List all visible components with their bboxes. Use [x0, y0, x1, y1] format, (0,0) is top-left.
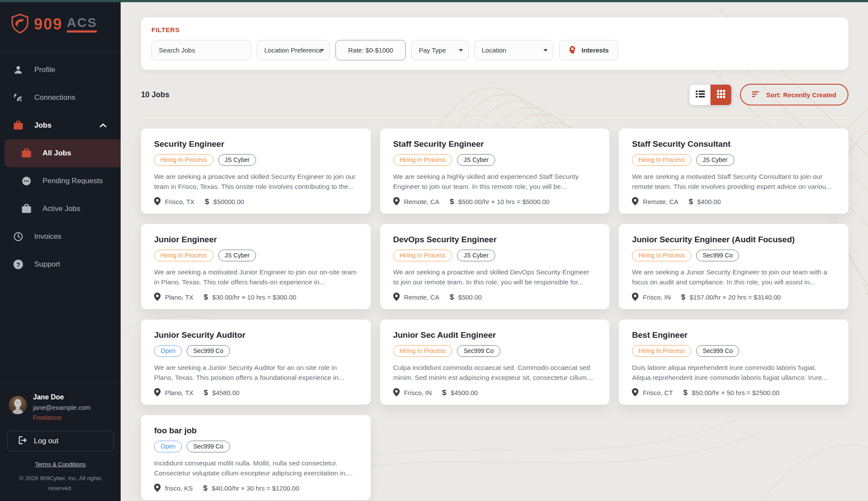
job-card[interactable]: Security Engineer Hiring In Process JS C…: [141, 129, 371, 214]
user-name: Jane Doe: [33, 393, 91, 401]
job-title: Junior Sec Audit Engineer: [393, 330, 597, 340]
logout-label: Log out: [34, 437, 59, 445]
sidebar-nav: Profile Connections Jo: [0, 56, 121, 278]
grid-view-button[interactable]: [710, 85, 731, 105]
job-card[interactable]: Staff Security Consultant Hiring In Proc…: [619, 129, 848, 214]
sidebar-item-connections[interactable]: Connections: [0, 84, 121, 112]
sidebar: 909 ACS Profile: [0, 0, 121, 501]
job-location: Plano, TX: [165, 389, 194, 396]
clock-icon: [13, 232, 24, 241]
location-pin-icon: [154, 388, 161, 398]
job-title: Staff Security Consultant: [632, 139, 835, 149]
terms-link[interactable]: Terms & Conditions: [0, 461, 121, 468]
dollar-icon: $: [203, 484, 207, 493]
job-card[interactable]: Best Engineer Hiring In Process Sec999 C…: [619, 320, 848, 405]
search-input[interactable]: [159, 46, 244, 54]
list-view-icon: [696, 90, 705, 99]
sidebar-item-profile[interactable]: Profile: [0, 56, 121, 84]
rate-filter-button[interactable]: Rate: $0-$1000: [335, 40, 406, 60]
job-meta: frisco, KS $ $40.00/hr × 30 hrs = $1200.…: [154, 484, 358, 493]
briefcase-icon: [21, 204, 32, 214]
briefcase-icon: [13, 121, 24, 130]
job-description: We are seeking a Junior Security Enginee…: [632, 267, 835, 287]
location-pin-icon: [632, 388, 638, 398]
job-description: We are seeking a motivated Staff Securit…: [632, 171, 835, 192]
brand-logo[interactable]: 909 ACS: [0, 0, 121, 46]
sidebar-item-label: All Jobs: [43, 149, 71, 158]
sidebar-item-label: Support: [34, 260, 60, 269]
location-label: Location: [482, 46, 506, 54]
company-badge: JS Cyber: [457, 154, 495, 166]
status-badge: Hiring In Process: [393, 154, 453, 166]
job-location: Frisco, CT: [643, 389, 673, 396]
grid-view-icon: [717, 90, 725, 100]
job-card[interactable]: Junior Security Auditor Open Sec999 Co W…: [141, 320, 371, 405]
job-card[interactable]: Junior Security Engineer (Audit Focused)…: [619, 224, 848, 309]
interests-label: Interests: [582, 46, 609, 54]
location-pin-icon: [393, 388, 400, 398]
pay-type-select[interactable]: Pay Type: [411, 40, 469, 60]
sidebar-item-support[interactable]: ? Support: [0, 250, 121, 278]
job-pay: $157.00/hr × 20 hrs = $3140.00: [690, 293, 781, 301]
dollar-icon: $: [204, 389, 208, 397]
dollar-icon: $: [204, 293, 208, 302]
sidebar-item-label: Pending Requests: [43, 177, 103, 185]
job-meta: Remote, CA $ $500.00/hr × 10 hrs = $5000…: [393, 197, 597, 207]
job-title: DevOps Security Engineer: [393, 235, 597, 244]
chevron-up-icon[interactable]: [99, 122, 107, 129]
location-pin-icon: [393, 197, 400, 207]
avatar: [9, 396, 27, 414]
job-pay: $4580.00: [212, 389, 240, 396]
location-pin-icon: [632, 197, 638, 207]
job-title: Junior Security Engineer (Audit Focused): [632, 235, 835, 244]
location-select[interactable]: Location: [474, 40, 553, 60]
sidebar-item-jobs[interactable]: Jobs: [0, 112, 121, 139]
dollar-icon: $: [450, 198, 454, 206]
company-badge: Sec999 Co: [457, 345, 500, 357]
sort-button[interactable]: Sort: Recently Created: [740, 84, 848, 105]
job-title: Security Engineer: [154, 139, 358, 149]
job-card[interactable]: DevOps Security Engineer Hiring In Proce…: [380, 224, 610, 309]
job-description: We are seeking a proactive and skilled S…: [154, 171, 358, 192]
status-badge: Open: [154, 345, 182, 357]
sidebar-item-active-jobs[interactable]: Active Jobs: [0, 195, 121, 223]
sidebar-item-pending-requests[interactable]: Pending Requests: [0, 167, 121, 195]
sidebar-item-invoices[interactable]: Invoices: [0, 223, 121, 250]
briefcase-icon: [21, 148, 32, 158]
status-badge: Hiring In Process: [632, 250, 691, 261]
user-block: Jane Doe jane@example.com Freelancer Log…: [0, 383, 121, 501]
company-badge: JS Cyber: [457, 250, 495, 261]
list-view-button[interactable]: [690, 85, 710, 105]
job-pay: $500.00/hr × 10 hrs = $5000.00: [458, 198, 549, 205]
filters-panel: FILTERS Location Preference Rate: $0-$10…: [141, 17, 848, 70]
location-pin-icon: [632, 293, 638, 302]
dollar-icon: $: [689, 198, 693, 206]
job-meta: Frisco, TX $ $50000.00: [154, 197, 358, 207]
sidebar-item-all-jobs[interactable]: All Jobs: [4, 139, 121, 167]
job-card[interactable]: Junior Sec Audit Engineer Hiring In Proc…: [380, 320, 610, 405]
job-description: Incididunt consequat mollit nulla. Molli…: [154, 458, 358, 478]
rate-filter-label: Rate: $0-$1000: [348, 46, 393, 54]
job-card[interactable]: foo bar job Open Sec999 Co Incididunt co…: [141, 415, 371, 500]
status-badge: Hiring In Process: [632, 154, 691, 166]
view-toggle: [690, 85, 731, 105]
job-pay: $400.00: [697, 198, 721, 205]
logout-button[interactable]: Log out: [7, 431, 114, 452]
job-title: Junior Security Auditor: [154, 330, 358, 340]
interests-button[interactable]: Interests: [559, 40, 618, 60]
job-location: frisco, KS: [165, 485, 193, 492]
job-card[interactable]: Staff Security Engineer Hiring In Proces…: [380, 129, 610, 214]
sidebar-item-label: Jobs: [34, 121, 52, 130]
location-pin-icon: [154, 293, 161, 302]
status-badge: Hiring In Process: [154, 154, 214, 166]
job-pay: $40.00/hr × 30 hrs = $1200.00: [212, 485, 299, 492]
job-card[interactable]: Junior Engineer Hiring In Process JS Cyb…: [141, 224, 371, 309]
results-count: 10 Jobs: [141, 90, 169, 99]
jobs-grid: Security Engineer Hiring In Process JS C…: [141, 129, 848, 500]
job-pay: $500.00: [458, 293, 482, 301]
location-preference-select[interactable]: Location Preference: [257, 40, 330, 60]
copyright-text: © 2026 909Cyber, Inc. All rights reserve…: [0, 474, 121, 493]
chevron-down-icon: [320, 49, 324, 52]
chevron-down-icon: [543, 49, 548, 52]
question-circle-icon: ?: [13, 260, 24, 269]
